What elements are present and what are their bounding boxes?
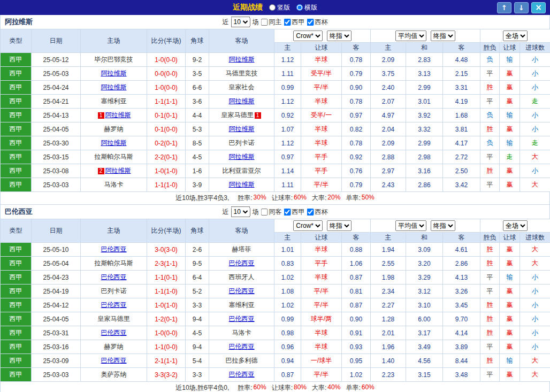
- ah-home-odds: 0.98: [274, 326, 301, 340]
- subject-team-link[interactable]: 巴伦西亚: [229, 315, 255, 322]
- subject-team-link[interactable]: 阿拉维斯: [101, 70, 127, 77]
- away-team-cell: 西班牙人: [209, 271, 274, 285]
- team-name: 塞维利亚: [229, 301, 255, 309]
- subject-team-link[interactable]: 阿拉维斯: [105, 111, 131, 119]
- match-count-select[interactable]: 10: [231, 206, 250, 217]
- ou-result-cell: 大: [520, 178, 550, 192]
- layout-horizontal-option[interactable]: 横版: [296, 3, 317, 12]
- eu-home-odds: 1.94: [371, 243, 406, 257]
- summary-stat-value: 30%: [254, 194, 266, 203]
- cup-filter[interactable]: 西杯: [307, 207, 328, 217]
- cup-checkbox[interactable]: [307, 19, 314, 26]
- subject-team-link[interactable]: 巴伦西亚: [229, 259, 255, 267]
- league-checkbox[interactable]: [284, 19, 291, 26]
- match-row: 西甲25-03-31巴伦西亚1-0(0-0)4-5马洛卡0.98半球0.912.…: [1, 326, 550, 340]
- result-cell: 平: [480, 150, 500, 164]
- away-team-cell: 巴列卡诺: [209, 136, 274, 150]
- up-arrow-icon: ↑: [501, 4, 507, 12]
- score-cell: 1-1(1-1): [147, 95, 186, 109]
- subject-team-link[interactable]: 阿拉维斯: [229, 97, 255, 105]
- score-cell: 3-0(3-0): [147, 243, 186, 257]
- page-title: 近期战绩: [233, 3, 263, 12]
- subject-team-link[interactable]: 阿拉维斯: [101, 83, 127, 91]
- corner-cell: 9-4: [186, 312, 209, 326]
- scope-select[interactable]: 全场: [503, 30, 528, 41]
- vertical-layout-radio[interactable]: [269, 4, 276, 11]
- subject-team-link[interactable]: 巴伦西亚: [101, 273, 127, 281]
- eu-away-odds: 3.45: [443, 298, 480, 312]
- odds-stage-select[interactable]: 终指: [327, 220, 352, 231]
- ah-result-cell: 输: [500, 109, 520, 122]
- ah-away-odds: 0.78: [342, 136, 371, 150]
- score-cell: 1-2(0-1): [147, 312, 186, 326]
- score-cell: 0-2(0-1): [147, 136, 186, 150]
- ah-line: 平手: [301, 164, 342, 178]
- eu-home-odds: 2.43: [371, 178, 406, 192]
- ah-line: 半球: [301, 53, 342, 67]
- subject-team-link[interactable]: 阿拉维斯: [229, 125, 255, 133]
- same-venue-filter[interactable]: 同主: [261, 18, 282, 27]
- odds-stage-select[interactable]: 终指: [327, 30, 352, 41]
- away-team-cell: 阿拉维斯: [209, 178, 274, 192]
- result-cell: 胜: [480, 243, 500, 257]
- corner-cell: 6-6: [186, 81, 209, 95]
- subject-team-link[interactable]: 巴伦西亚: [101, 245, 127, 253]
- subject-team-link[interactable]: 巴伦西亚: [101, 301, 127, 309]
- eu-home-odds: 2.04: [371, 122, 406, 136]
- subject-team-link[interactable]: 巴伦西亚: [229, 343, 255, 350]
- subject-team-link[interactable]: 阿拉维斯: [229, 181, 255, 188]
- subcol-eu-draw: 和: [406, 43, 443, 53]
- subject-team-link[interactable]: 阿拉维斯: [101, 139, 127, 147]
- horizontal-layout-radio[interactable]: [296, 4, 303, 11]
- close-button[interactable]: ×: [531, 2, 546, 13]
- handicap-filter-cell: Crow* 终指: [274, 29, 371, 43]
- same-venue-checkbox[interactable]: [261, 19, 268, 26]
- subject-team-link[interactable]: 阿拉维斯: [105, 167, 131, 174]
- subject-team-link[interactable]: 阿拉维斯: [229, 153, 255, 160]
- result-cell: 胜: [480, 354, 500, 368]
- date-cell: 25-03-03: [32, 178, 81, 192]
- eu-away-odds: 3.48: [443, 368, 480, 382]
- same-venue-checkbox[interactable]: [261, 209, 268, 216]
- euro-stage-select[interactable]: 终指: [431, 30, 455, 41]
- subject-team-link[interactable]: 巴伦西亚: [229, 287, 255, 295]
- euro-average-select[interactable]: 平均值: [395, 220, 426, 231]
- subject-team-link[interactable]: 阿拉维斯: [229, 56, 255, 63]
- league-filter[interactable]: 西甲: [284, 18, 305, 27]
- odds-source-select[interactable]: Crow*: [293, 220, 323, 231]
- match-count-select[interactable]: 10: [231, 17, 250, 27]
- scope-select[interactable]: 全场: [503, 220, 528, 231]
- date-cell: 25-04-13: [32, 109, 81, 122]
- summary-stat-label: 大率:: [312, 194, 326, 203]
- subcol-eu-home: 主: [371, 233, 406, 243]
- score-cell: 2-1(1-1): [147, 354, 186, 368]
- results-table-2: 类型 日期 主场 比分(半场) 角球 客场 Crow* 终指 平均值 终指: [0, 219, 550, 382]
- league-checkbox[interactable]: [284, 209, 291, 216]
- date-cell: 25-04-23: [32, 271, 81, 285]
- league-filter[interactable]: 西甲: [284, 207, 305, 217]
- subject-team-link[interactable]: 巴伦西亚: [101, 357, 127, 364]
- score-cell: 0-0(0-0): [147, 67, 186, 81]
- odds-source-select[interactable]: Crow*: [293, 30, 323, 41]
- scroll-down-button[interactable]: ↓: [514, 2, 529, 13]
- subject-team-link[interactable]: 巴伦西亚: [101, 329, 127, 336]
- score-cell: 1-1(1-0): [147, 285, 186, 298]
- euro-average-select[interactable]: 平均值: [395, 30, 426, 41]
- eu-draw-odds: 3.32: [406, 122, 443, 136]
- results-table-1: 类型 日期 主场 比分(半场) 角球 客场 Crow* 终指 平均值 终指: [0, 29, 550, 192]
- corner-cell: 1-6: [186, 164, 209, 178]
- scroll-up-button[interactable]: ↑: [497, 2, 511, 13]
- score-cell: 1-1(0-1): [147, 271, 186, 285]
- result-cell: 胜: [480, 312, 500, 326]
- match-row: 西甲25-03-03马洛卡1-1(1-0)3-9阿拉维斯1.11平/半0.792…: [1, 178, 550, 192]
- euro-stage-select[interactable]: 终指: [431, 220, 455, 231]
- subject-team-link[interactable]: 巴伦西亚: [229, 371, 255, 378]
- layout-vertical-option[interactable]: 竖版: [269, 3, 290, 12]
- ah-home-odds: 0.94: [274, 354, 301, 368]
- ou-result-cell: 小: [520, 312, 550, 326]
- cup-checkbox[interactable]: [307, 209, 314, 216]
- cup-filter[interactable]: 西杯: [307, 18, 328, 27]
- same-venue-filter[interactable]: 同客: [261, 207, 282, 217]
- match-row: 西甲25-04-23巴伦西亚1-1(0-1)6-4西班牙人1.02半球0.871…: [1, 271, 550, 285]
- red-card-badge: 1: [98, 112, 104, 119]
